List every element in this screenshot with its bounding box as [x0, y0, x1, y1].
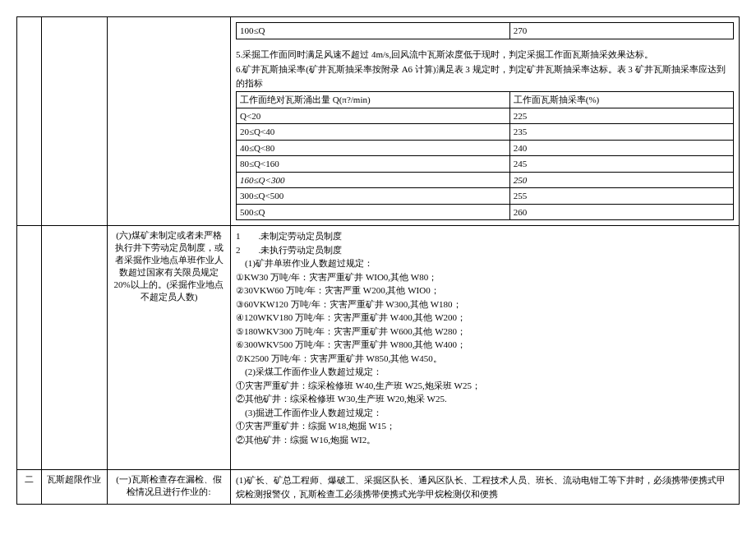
- list-item: ④120WKV180 万吨/年：灾害严重矿井 W400,其他 W200；: [236, 311, 734, 325]
- cell-num: [17, 226, 42, 470]
- cell-cat: 瓦斯超限作业: [42, 470, 108, 505]
- list-item: 2 .未执行劳动定员制度: [236, 243, 734, 257]
- list-item: ①灾害严重矿井：综掘 W18,炮掘 W15；: [236, 419, 734, 433]
- inner-cell: 250: [509, 172, 733, 188]
- cell-desc: (六)煤矿未制定或者未严格执行井下劳动定员制度，或者采掘作业地点单班作业人数超过…: [108, 226, 231, 470]
- table-row: (六)煤矿未制定或者未严格执行井下劳动定员制度，或者采掘作业地点单班作业人数超过…: [17, 226, 740, 470]
- inner-cell: 100≤Q: [237, 23, 510, 39]
- cell-content: (1)矿长、矿总工程师、爆破工、采掘区队长、通风区队长、工程技术人员、班长、流动…: [231, 470, 740, 505]
- inner-table-1: 100≤Q 270: [236, 22, 734, 39]
- inner-cell: 40≤Q<80: [237, 140, 510, 156]
- list-item: (1)矿井单班作业人数超过规定：: [236, 256, 734, 270]
- list-item: ⑤180WKV300 万吨/年：灾害严重矿井 W600,其他 W280；: [236, 325, 734, 339]
- list-item: (3)掘进工作面作业人数超过规定：: [236, 406, 734, 420]
- list-item: ③60VKW120 万吨/年：灾害严重矿井 W300,其他 W180；: [236, 297, 734, 311]
- inner-cell: 255: [509, 188, 733, 205]
- inner-cell: 80≤Q<160: [237, 156, 510, 173]
- cell-content: 1 .未制定劳动定员制度 2 .未执行劳动定员制度 (1)矿井单班作业人数超过规…: [231, 226, 740, 470]
- cell-num: 二: [17, 470, 42, 505]
- inner-cell: 160≤Q<300: [237, 172, 510, 188]
- list-item: ⑦K2500 万吨/年：灾害严重矿井 W850,其他 W450。: [236, 352, 734, 366]
- inner-cell: 300≤Q<500: [237, 188, 510, 205]
- list-item: ②其他矿井：综采检修班 W30,生产班 W20,炮采 W25.: [236, 392, 734, 406]
- list-item: 1 .未制定劳动定员制度: [236, 229, 734, 243]
- list-item: ①KW30 万吨/年：灾害严重矿井 WIO0,其他 W80；: [236, 270, 734, 284]
- document-table: 100≤Q 270 5.采掘工作面同时满足风速不超过 4m/s,回风流中瓦斯浓度…: [16, 16, 740, 505]
- inner-header: 工作面瓦斯抽采率(%): [509, 92, 733, 108]
- inner-cell: 20≤Q<40: [237, 124, 510, 141]
- inner-cell: 245: [509, 156, 733, 173]
- cell-content: 100≤Q 270 5.采掘工作面同时满足风速不超过 4m/s,回风流中瓦斯浓度…: [231, 17, 740, 226]
- inner-cell: 225: [509, 108, 733, 124]
- inner-cell: Q<20: [237, 108, 510, 124]
- inner-table-2: 工作面绝对瓦斯涌出量 Q(π?/min) 工作面瓦斯抽采率(%) Q<20225…: [236, 91, 734, 220]
- inner-cell: 270: [509, 23, 733, 39]
- paragraph: 6.矿井瓦斯抽采率(矿井瓦斯抽采率按附录 A6 计算)满足表 3 规定时，判定矿…: [236, 62, 734, 90]
- table-row: 100≤Q 270 5.采掘工作面同时满足风速不超过 4m/s,回风流中瓦斯浓度…: [17, 17, 740, 226]
- inner-cell: 500≤Q: [237, 204, 510, 220]
- rules-list: 1 .未制定劳动定员制度 2 .未执行劳动定员制度 (1)矿井单班作业人数超过规…: [236, 229, 734, 446]
- cell-num: [17, 17, 42, 226]
- list-item: ②其他矿井：综掘 W16,炮掘 WI2。: [236, 433, 734, 447]
- inner-header: 工作面绝对瓦斯涌出量 Q(π?/min): [237, 92, 510, 108]
- paragraph: 5.采掘工作面同时满足风速不超过 4m/s,回风流中瓦斯浓度低于现时，判定采掘工…: [236, 48, 734, 62]
- cell-cat: [42, 226, 108, 470]
- cell-desc: (一)瓦斯检查存在漏检、假检情况且进行作业的:: [108, 470, 231, 505]
- inner-cell: 235: [509, 124, 733, 141]
- list-item: (2)采煤工作面作业人数超过规定：: [236, 365, 734, 379]
- table-row: 二 瓦斯超限作业 (一)瓦斯检查存在漏检、假检情况且进行作业的: (1)矿长、矿…: [17, 470, 740, 505]
- list-item: ②30VKW60 万吨/年：灾害严重 W200,其他 WIO0；: [236, 284, 734, 297]
- list-item: ⑥300WKV500 万吨/年：灾害严重矿井 W800,其他 W400；: [236, 338, 734, 352]
- cell-cat: [42, 17, 108, 226]
- inner-cell: 260: [509, 204, 733, 220]
- list-item: ①灾害严重矿井：综采检修班 W40,生产班 W25,炮采班 W25；: [236, 379, 734, 393]
- inner-cell: 240: [509, 140, 733, 156]
- cell-desc: [108, 17, 231, 226]
- paragraph: (1)矿长、矿总工程师、爆破工、采掘区队长、通风区队长、工程技术人员、班长、流动…: [236, 473, 734, 500]
